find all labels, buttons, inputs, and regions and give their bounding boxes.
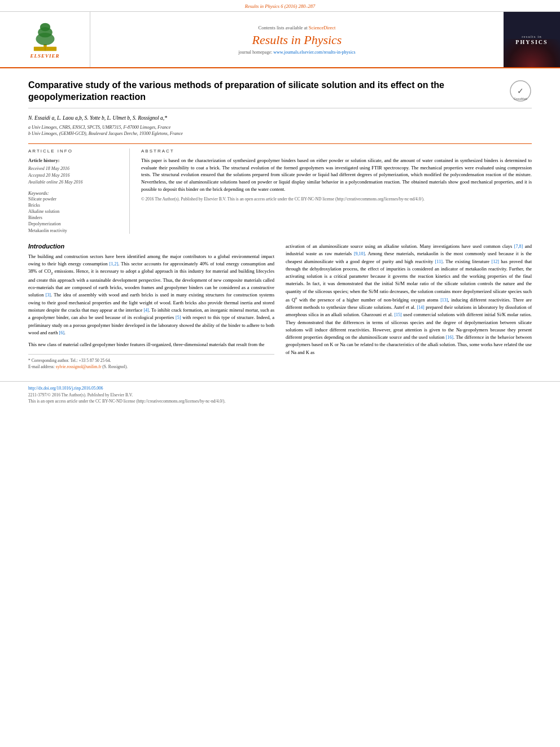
article-info-label: ARTICLE INFO	[28, 148, 123, 154]
affiliation-a: a Univ Limoges, CNRS, ENSCI, SPCTS, UMR7…	[28, 124, 532, 130]
sciencedirect-link[interactable]: ScienceDirect	[309, 25, 336, 30]
svg-point-3	[40, 23, 50, 31]
article-title: Comparative study of the various methods…	[28, 80, 498, 103]
svg-text:CrossMark: CrossMark	[514, 97, 528, 101]
open-access-text: © 2016 The Author(s). Published by Elsev…	[141, 196, 425, 202]
physics-text: PHYSICS	[515, 39, 548, 45]
results-in-physics-badge: results in PHYSICS	[504, 12, 560, 67]
journal-citation: Results in Physics 6 (2016) 280–287	[245, 3, 315, 9]
abstract-label: ABSTRACT	[141, 148, 532, 154]
open-access-bottom: This is an open access article under the…	[28, 398, 532, 404]
ref-11[interactable]: [11]	[435, 259, 443, 264]
footnote-section: * Corresponding author. Tel.: +33 5 87 5…	[28, 354, 274, 370]
keywords-label: Keywords:	[28, 190, 49, 196]
authors-line: N. Essaidi a, L. Laou a,b, S. Yotte b, L…	[28, 115, 532, 121]
ref-14[interactable]: [14]	[417, 305, 424, 310]
homepage-url[interactable]: www.journals.elsevier.com/results-in-phy…	[273, 50, 355, 55]
received-date: Received 18 May 2016	[28, 166, 69, 171]
keyword-5: Depolymerization	[28, 221, 123, 227]
page-wrapper: Results in Physics 6 (2016) 280–287 ELSE…	[0, 0, 560, 747]
elsevier-text: ELSEVIER	[30, 53, 59, 59]
affiliation-b: b Univ Limoges, (GEMH-GCD), Boulevard Ja…	[28, 130, 532, 137]
affiliations: a Univ Limoges, CNRS, ENSCI, SPCTS, UMR7…	[28, 124, 532, 137]
citation-bar: Results in Physics 6 (2016) 280–287	[0, 0, 560, 12]
ref-12[interactable]: [12]	[492, 259, 499, 264]
article-info-column: ARTICLE INFO Article history: Received 1…	[28, 148, 130, 234]
keywords-section: Keywords: Silicate powder Bricks Alkalin…	[28, 190, 123, 234]
intro-paragraph-2: This new class of material called geopol…	[28, 341, 274, 348]
ref-3[interactable]: [3]	[46, 292, 51, 298]
keyword-3: Alkaline solution	[28, 208, 123, 215]
journal-homepage: journal homepage: www.journals.elsevier.…	[238, 50, 355, 55]
crossmark-icon: ✓ CrossMark	[509, 80, 532, 102]
doi-line: http://dx.doi.org/10.1016/j.rinp.2016.05…	[28, 385, 532, 391]
keyword-6: Metakaolin reactivity	[28, 228, 123, 234]
badge-text: results in PHYSICS	[515, 34, 548, 45]
accepted-date: Accepted 20 May 2016	[28, 173, 70, 178]
ref-15[interactable]: [15]	[394, 312, 401, 317]
abstract-text: This paper is based on the characterizat…	[141, 157, 532, 193]
journal-title-section: Contents lists available at ScienceDirec…	[90, 12, 504, 67]
keyword-1: Silicate powder	[28, 196, 123, 202]
issn-line: 2211-3797/© 2016 The Author(s). Publishe…	[28, 392, 532, 398]
crossmark-badge: ✓ CrossMark	[509, 80, 532, 102]
corresponding-author-note: * Corresponding author. Tel.: +33 5 87 5…	[28, 358, 274, 364]
ref-7-8[interactable]: [7,8]	[514, 244, 523, 249]
ref-6[interactable]: [6]	[59, 330, 64, 335]
body-content: Introduction The building and constructi…	[28, 243, 532, 370]
elsevier-logo-section: ELSEVIER	[0, 12, 90, 67]
ref-4[interactable]: [4]	[143, 308, 148, 313]
sciencedirect-line: Contents lists available at ScienceDirec…	[259, 25, 336, 30]
article-info-abstract-section: ARTICLE INFO Article history: Received 1…	[28, 143, 532, 234]
abstract-column: ABSTRACT This paper is based on the char…	[141, 148, 532, 234]
article-history: Article history: Received 18 May 2016 Ac…	[28, 157, 123, 186]
journal-header: ELSEVIER Contents lists available at Sci…	[0, 12, 560, 68]
history-label: Article history:	[28, 157, 123, 164]
ref-1-2[interactable]: [1,2]	[110, 261, 118, 267]
journal-main-title: Results in Physics	[252, 33, 342, 47]
contents-available-label: Contents lists available at	[259, 25, 308, 30]
intro-paragraph-1: The building and construction sectors ha…	[28, 253, 274, 337]
homepage-label: journal homepage:	[238, 50, 272, 55]
open-access-line: © 2016 The Author(s). Published by Elsev…	[141, 196, 532, 203]
elsevier-logo: ELSEVIER	[28, 21, 62, 59]
keyword-4: Binders	[28, 215, 123, 221]
body-left-column: Introduction The building and constructi…	[28, 243, 274, 370]
main-content: Comparative study of the various methods…	[0, 68, 560, 381]
authors-text: N. Essaidi a, L. Laou a,b, S. Yotte b, L…	[28, 115, 167, 121]
svg-text:✓: ✓	[517, 86, 524, 95]
ref-9-10[interactable]: [9,10]	[354, 251, 365, 256]
email-link[interactable]: sylvie.rossignol@unilim.fr	[56, 364, 102, 369]
ref-16[interactable]: [16]	[446, 335, 453, 340]
results-text: results in	[522, 34, 541, 39]
elsevier-tree-icon	[28, 21, 62, 52]
bottom-bar: http://dx.doi.org/10.1016/j.rinp.2016.05…	[0, 381, 560, 408]
keyword-2: Bricks	[28, 202, 123, 208]
introduction-heading: Introduction	[28, 243, 274, 250]
right-col-paragraph-1: activation of an aluminosilicate source …	[286, 243, 532, 356]
available-date: Available online 26 May 2016	[28, 180, 82, 185]
ref-5[interactable]: [5]	[176, 315, 181, 320]
email-note: E-mail address: sylvie.rossignol@unilim.…	[28, 364, 274, 370]
doi-link[interactable]: http://dx.doi.org/10.1016/j.rinp.2016.05…	[28, 386, 103, 391]
body-right-column: activation of an aluminosilicate source …	[286, 243, 532, 370]
ref-13[interactable]: [13]	[440, 298, 448, 303]
article-title-section: Comparative study of the various methods…	[28, 80, 532, 108]
